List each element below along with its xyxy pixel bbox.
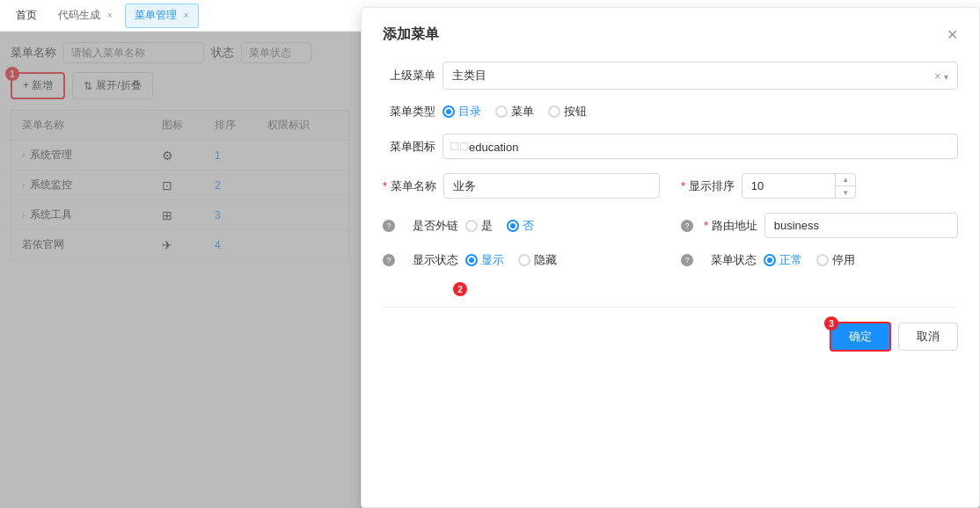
radio-external-no-circle: [507, 220, 519, 232]
half-row-name: 菜单名称 document.addEventListener('DOMConte…: [383, 173, 660, 199]
num-arrows: ▲ ▼: [835, 173, 856, 199]
route-label: 路由地址: [704, 218, 757, 234]
display-status-label: 显示状态: [406, 252, 458, 268]
radio-external-yes[interactable]: 是: [465, 218, 493, 234]
radio-disabled[interactable]: 停用: [816, 252, 855, 268]
num-down-arrow[interactable]: ▼: [836, 186, 856, 199]
menu-name-label: 菜单名称: [383, 178, 436, 194]
route-input[interactable]: [764, 213, 958, 238]
dialog-header: 添加菜单 ✕: [383, 25, 958, 44]
radio-hide[interactable]: 隐藏: [518, 252, 557, 268]
radio-show-circle: [465, 254, 478, 266]
menu-icon-label: 菜单图标: [383, 139, 435, 155]
radio-show-label: 显示: [481, 252, 504, 268]
menu-icon-input[interactable]: [442, 134, 958, 159]
tab-menu-manage-close[interactable]: ×: [184, 11, 189, 20]
cancel-button-label: 取消: [917, 330, 940, 343]
dialog-close-button[interactable]: ✕: [947, 26, 958, 43]
form-row-external-route: ? 是否外链 是 否 ? 路由地址: [383, 213, 958, 238]
badge-2: 2: [453, 282, 467, 296]
confirm-button-label: 确定: [849, 330, 872, 343]
display-status-help-icon[interactable]: ?: [383, 254, 395, 266]
parent-menu-label: 上级菜单: [383, 68, 435, 83]
radio-menu-circle: [495, 105, 508, 118]
tab-menu-manage-label: 菜单管理: [135, 8, 177, 23]
radio-external-no-label: 否: [523, 218, 534, 234]
radio-disabled-label: 停用: [832, 252, 855, 268]
form-row-parent: 上级菜单 主类目 × ▾: [383, 62, 958, 90]
tab-codegen[interactable]: 代码生成 ×: [49, 4, 121, 28]
radio-disabled-circle: [816, 254, 829, 266]
radio-hide-circle: [518, 254, 530, 266]
cancel-button[interactable]: 取消: [898, 323, 958, 351]
half-row-order: 显示排序 ▲ ▼: [681, 173, 958, 199]
dialog-footer: 3 确定 取消: [383, 307, 958, 352]
radio-menu[interactable]: 菜单: [495, 104, 534, 120]
form-row-menu-type: 菜单类型 目录 菜单 按钮: [383, 104, 958, 120]
menu-type-radio-group: 目录 菜单 按钮: [442, 104, 587, 120]
half-row-route: ? 路由地址: [681, 213, 958, 238]
menu-status-radio-group: 正常 停用: [764, 252, 855, 268]
half-row-menu-status: ? 菜单状态 正常 停用: [681, 252, 958, 268]
add-menu-dialog: 添加菜单 ✕ 上级菜单 主类目 × ▾ 菜单类型 目录: [361, 7, 980, 508]
badge2-area: 2: [383, 282, 958, 300]
badge-3: 3: [824, 316, 838, 330]
form-row-name-order: 菜单名称 document.addEventListener('DOMConte…: [383, 173, 958, 199]
display-order-wrap: ▲ ▼: [742, 173, 856, 199]
tab-home-label: 首页: [16, 8, 37, 23]
num-up-arrow[interactable]: ▲: [836, 173, 856, 186]
external-radio-group: 是 否: [465, 218, 534, 234]
radio-normal-circle: [764, 254, 776, 266]
external-label: 是否外链: [406, 218, 458, 234]
tab-codegen-close[interactable]: ×: [107, 11, 113, 20]
menu-status-label: 菜单状态: [704, 252, 757, 268]
radio-button-circle: [548, 105, 560, 118]
half-row-display-status: ? 显示状态 显示 隐藏: [383, 252, 660, 268]
tab-home[interactable]: 首页: [7, 4, 46, 28]
parent-menu-clear[interactable]: ×: [934, 70, 940, 83]
half-row-external: ? 是否外链 是 否: [383, 218, 660, 234]
display-order-label: 显示排序: [681, 178, 735, 194]
radio-external-no[interactable]: 否: [507, 218, 534, 234]
form-row-status: ? 显示状态 显示 隐藏 ? 菜单状态: [383, 252, 958, 268]
display-status-radio-group: 显示 隐藏: [465, 252, 557, 268]
radio-button[interactable]: 按钮: [548, 104, 587, 120]
radio-show[interactable]: 显示: [465, 252, 504, 268]
menu-name-input[interactable]: [443, 173, 660, 199]
radio-external-yes-circle: [465, 220, 478, 232]
radio-external-yes-label: 是: [481, 218, 493, 234]
radio-directory[interactable]: 目录: [442, 104, 481, 120]
parent-menu-select[interactable]: 主类目 × ▾: [442, 62, 958, 90]
radio-directory-label: 目录: [458, 104, 481, 120]
external-help-icon[interactable]: ?: [383, 220, 395, 232]
radio-menu-label: 菜单: [511, 104, 534, 120]
menu-type-label: 菜单类型: [383, 104, 435, 120]
menu-status-help-icon[interactable]: ?: [681, 254, 693, 266]
tab-menu-manage[interactable]: 菜单管理 ×: [125, 4, 199, 28]
parent-menu-arrow[interactable]: ▾: [944, 72, 948, 82]
tab-codegen-label: 代码生成: [58, 8, 100, 23]
radio-button-label: 按钮: [564, 104, 587, 120]
route-help-icon[interactable]: ?: [681, 220, 693, 232]
confirm-button[interactable]: 3 确定: [830, 322, 891, 352]
radio-hide-label: 隐藏: [534, 252, 557, 268]
dialog-title: 添加菜单: [383, 25, 439, 44]
parent-menu-value: 主类目: [452, 68, 486, 83]
main-area: 菜单名称 状态 1 + 新增 ⇅ 展开/折叠 菜单名称 图标 排序 权限标识: [0, 32, 980, 508]
form-row-menu-icon: 菜单图标 ☐☐ education: [383, 134, 958, 159]
radio-normal-label: 正常: [779, 252, 802, 268]
radio-normal[interactable]: 正常: [764, 252, 802, 268]
radio-directory-circle: [442, 105, 455, 118]
